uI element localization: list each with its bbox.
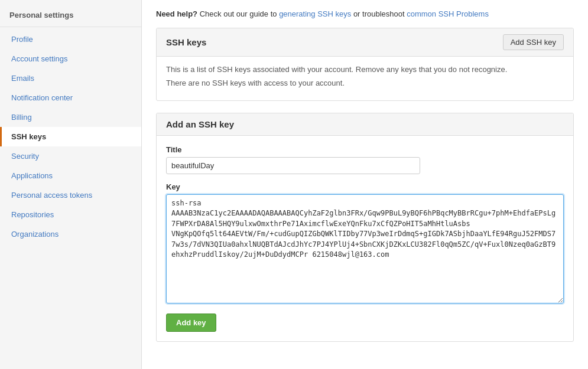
title-input[interactable] <box>166 157 420 174</box>
add-ssh-header: Add an SSH key <box>157 113 573 136</box>
key-textarea[interactable] <box>166 194 564 303</box>
ssh-keys-title: SSH keys <box>166 37 206 47</box>
sidebar: Personal settings Profile Account settin… <box>0 0 142 369</box>
common-ssh-problems-link[interactable]: common SSH Problems <box>407 9 489 18</box>
sidebar-item-security[interactable]: Security <box>0 146 141 166</box>
title-label: Title <box>166 145 564 154</box>
sidebar-item-personal-access-tokens[interactable]: Personal access tokens <box>0 185 141 205</box>
key-label: Key <box>166 182 564 191</box>
generating-ssh-keys-link[interactable]: generating SSH keys <box>279 9 351 18</box>
sidebar-item-notification-center[interactable]: Notification center <box>0 88 141 107</box>
sidebar-item-profile[interactable]: Profile <box>0 30 141 49</box>
sidebar-item-organizations[interactable]: Organizations <box>0 224 141 244</box>
ssh-keys-description: This is a list of SSH keys associated wi… <box>166 65 564 74</box>
help-text: Check out our guide to <box>200 9 279 18</box>
ssh-keys-body: This is a list of SSH keys associated wi… <box>157 57 573 100</box>
key-field-group: Key <box>166 182 564 305</box>
ssh-keys-empty-message: There are no SSH keys with access to you… <box>166 79 564 87</box>
add-ssh-key-section: Add an SSH key Title Key Add key <box>156 113 574 342</box>
add-ssh-body: Title Key Add key <box>157 136 573 341</box>
sidebar-item-applications[interactable]: Applications <box>0 166 141 185</box>
main-content: Need help? Check out our guide to genera… <box>142 0 588 369</box>
ssh-keys-section: SSH keys Add SSH key This is a list of S… <box>156 28 574 101</box>
sidebar-item-repositories[interactable]: Repositories <box>0 205 141 224</box>
add-ssh-key-button[interactable]: Add SSH key <box>503 34 564 50</box>
help-bar: Need help? Check out our guide to genera… <box>156 9 574 18</box>
sidebar-item-ssh-keys[interactable]: SSH keys <box>0 127 141 146</box>
add-key-button[interactable]: Add key <box>166 314 216 332</box>
sidebar-item-emails[interactable]: Emails <box>0 68 141 88</box>
title-field-group: Title <box>166 145 564 174</box>
ssh-keys-header: SSH keys Add SSH key <box>157 28 573 57</box>
sidebar-item-account-settings[interactable]: Account settings <box>0 49 141 68</box>
sidebar-item-billing[interactable]: Billing <box>0 107 141 127</box>
help-prefix: Need help? <box>156 9 197 18</box>
help-middle: or troubleshoot <box>353 9 407 18</box>
sidebar-header: Personal settings <box>0 5 141 24</box>
